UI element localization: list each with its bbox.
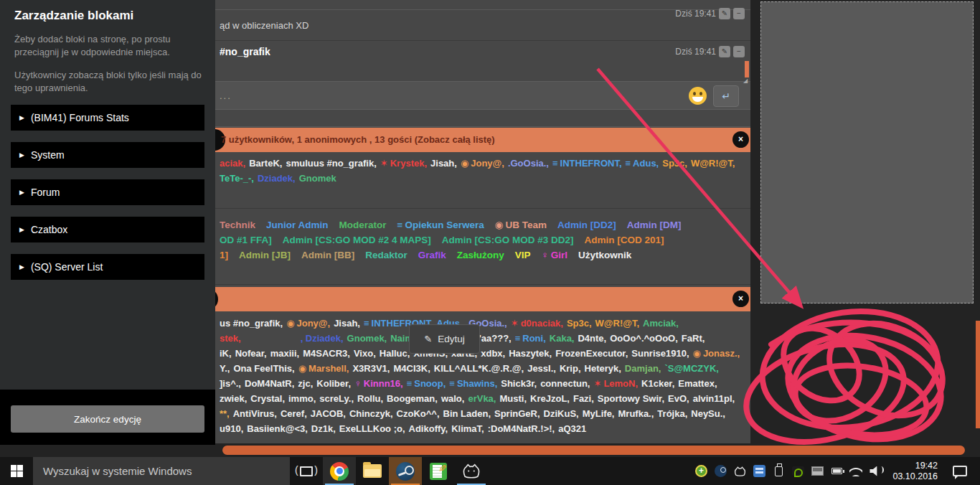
sidebar-section-5[interactable]: ▶(SQ) Server List <box>11 254 204 280</box>
nvidia-tray-icon[interactable] <box>791 465 804 478</box>
username[interactable]: zwiek, <box>220 393 247 404</box>
username[interactable]: KreJzoL, <box>530 393 570 404</box>
start-button[interactable] <box>0 457 33 485</box>
username[interactable]: SprinGeR, <box>494 408 540 419</box>
explorer-taskbar-button[interactable] <box>356 457 389 485</box>
username[interactable]: Kaka, <box>550 333 575 344</box>
username[interactable]: zjc, <box>298 378 313 389</box>
edit-message-icon[interactable]: ✎ <box>719 8 730 19</box>
group-badge[interactable]: Redaktor <box>365 250 407 260</box>
username[interactable]: maxiii, <box>270 348 299 359</box>
username[interactable]: ✶LemoN, <box>593 378 638 389</box>
username[interactable]: W@R!@T, <box>595 318 639 329</box>
username[interactable]: ExeLLLKoo ;o, <box>339 423 405 434</box>
group-badge[interactable]: Użytkownik <box>578 250 631 260</box>
group-badge[interactable]: ♀Girl <box>542 250 567 260</box>
username[interactable]: DoM4NatR, <box>245 378 294 389</box>
username[interactable]: JACOB, <box>311 408 346 419</box>
username[interactable]: ◉Jonasz., <box>693 348 740 359</box>
username[interactable]: screLy., <box>319 393 354 404</box>
username[interactable]: CzoKo^^, <box>397 408 440 419</box>
username[interactable]: Sportowy Swir, <box>598 393 664 404</box>
chrome-taskbar-button[interactable] <box>323 457 356 485</box>
username[interactable]: connectun, <box>540 378 590 389</box>
username[interactable]: Basiienk@<3, <box>247 423 308 434</box>
remote-app-tray-icon[interactable] <box>753 465 765 478</box>
username[interactable]: ✶d0naciak, <box>511 318 563 329</box>
collapse-message-icon[interactable]: − <box>733 8 745 19</box>
antivirus-tray-icon[interactable]: + <box>694 465 707 478</box>
username[interactable]: KILL^ALL*K.@.R.@, <box>434 363 524 374</box>
username[interactable]: FaRt, <box>682 333 705 344</box>
username[interactable]: Fazi, <box>573 393 594 404</box>
username[interactable]: KlimaT, <box>451 423 484 434</box>
sidebar-section-2[interactable]: ▶System <box>11 142 204 168</box>
username[interactable]: immo, <box>288 393 316 404</box>
username[interactable]: Crystal, <box>250 393 285 404</box>
group-badge[interactable]: Admin [BB] <box>301 250 354 260</box>
group-badge[interactable]: Admin [DD2] <box>557 220 616 230</box>
username[interactable]: Gnomek, <box>347 333 387 344</box>
clock[interactable]: 19:42 03.10.2016 <box>888 461 942 482</box>
steam-tray-icon[interactable] <box>714 465 727 478</box>
group-badge[interactable]: Admin [CS:GO MOD #3 DD2] <box>442 235 574 245</box>
username[interactable]: W@R!@T, <box>691 158 735 169</box>
edit-message-icon[interactable]: ✎ <box>719 46 730 57</box>
username[interactable]: FrozenExecutor, <box>555 348 628 359</box>
group-badge[interactable]: ≡Opiekun Serwera <box>397 220 484 230</box>
username[interactable]: Dz1k, <box>311 423 336 434</box>
username[interactable]: us #no_grafik, <box>220 318 283 329</box>
task-view-button[interactable] <box>290 457 323 485</box>
username[interactable]: Sp3c, <box>662 158 687 169</box>
username[interactable]: Vixo, <box>354 348 376 359</box>
username[interactable]: NeySu., <box>691 408 725 419</box>
username[interactable]: Adikoffy, <box>409 423 448 434</box>
block-drop-zone[interactable] <box>760 1 974 303</box>
username[interactable]: BarteK, <box>249 158 282 169</box>
sidebar-section-4[interactable]: ▶Czatbox <box>11 217 204 242</box>
right-vertical-scrollbar[interactable] <box>976 321 980 428</box>
username[interactable]: JessI., <box>527 363 556 374</box>
vertical-scrollbar[interactable] <box>745 61 749 77</box>
username[interactable]: Y., <box>220 363 230 374</box>
username[interactable]: Trójka, <box>657 408 687 419</box>
edit-block-button[interactable]: ✎ Edytuj <box>409 324 480 354</box>
sidebar-section-3[interactable]: ▶Forum <box>11 179 204 205</box>
username[interactable]: ≡INTHEFRONT, <box>552 158 622 169</box>
username[interactable]: Rollu, <box>357 393 383 404</box>
finish-editing-button[interactable]: Zakończ edycję <box>11 405 204 433</box>
username[interactable]: D4nte, <box>578 333 606 344</box>
username[interactable]: Musti, <box>499 393 527 404</box>
username[interactable]: aciak, <box>220 158 245 169</box>
username[interactable]: Jisah, <box>430 158 457 169</box>
group-badge[interactable]: VIP <box>515 250 531 260</box>
username[interactable]: X3R3V1, <box>352 363 390 374</box>
resize-grip-icon[interactable]: ◢ <box>743 77 748 84</box>
group-badge[interactable]: Technik <box>220 220 255 230</box>
username[interactable]: ≡Shawins, <box>449 378 497 389</box>
username[interactable]: EvO, <box>668 393 689 404</box>
group-badge[interactable]: Admin [CS:GO MOD #2 4 MAPS] <box>283 235 431 245</box>
username[interactable]: .GoOsia., <box>508 158 549 169</box>
username[interactable]: TeTe-_-, <box>220 173 254 184</box>
username[interactable]: u910, <box>220 423 243 434</box>
username[interactable]: AntiVirus, <box>233 408 277 419</box>
username[interactable]: Amciak, <box>643 318 679 329</box>
username[interactable]: erVka, <box>468 393 496 404</box>
username[interactable]: ≡Adus, <box>626 158 659 169</box>
username[interactable]: ◉Marshell, <box>298 363 349 374</box>
group-badge[interactable]: Grafik <box>418 250 446 260</box>
username[interactable]: xdbx, <box>481 348 505 359</box>
username[interactable]: Boogeman, <box>387 393 438 404</box>
username[interactable]: Damjan, <box>625 363 661 374</box>
username[interactable]: K1cker, <box>641 378 674 389</box>
username[interactable]: Sp3c, <box>567 318 592 329</box>
chat-input[interactable]: ... ↵ <box>215 81 750 110</box>
username[interactable]: Krip, <box>560 363 581 374</box>
emoji-icon[interactable] <box>689 87 707 105</box>
group-badge[interactable]: Moderator <box>339 220 387 230</box>
username[interactable]: DziKuS, <box>544 408 579 419</box>
username[interactable]: ◉Jony@, <box>286 318 330 329</box>
sidebar-section-1[interactable]: ▶(BIM41) Forums Stats <box>11 105 204 131</box>
username[interactable]: walo, <box>441 393 465 404</box>
